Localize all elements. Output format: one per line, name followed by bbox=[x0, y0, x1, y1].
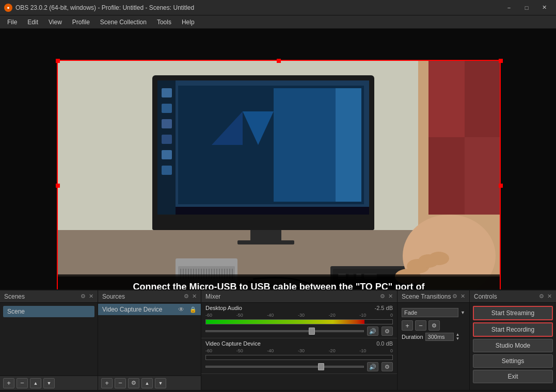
mixer-track-desktop-audio-db: -2.5 dB bbox=[375, 305, 393, 311]
window-controls: − □ ✕ bbox=[501, 3, 552, 13]
menu-file[interactable]: File bbox=[2, 17, 22, 28]
menu-profile[interactable]: Profile bbox=[67, 17, 95, 28]
transition-remove-button[interactable]: − bbox=[415, 320, 426, 331]
duration-down-arrow[interactable]: ▼ bbox=[456, 337, 460, 341]
menu-help[interactable]: Help bbox=[177, 17, 200, 28]
video-capture-fader[interactable] bbox=[205, 363, 364, 370]
desktop-audio-fader-row: 🔊 ⚙ bbox=[205, 326, 393, 336]
start-streaming-button[interactable]: Start Streaming bbox=[473, 306, 553, 320]
svg-rect-7 bbox=[157, 80, 176, 215]
transitions-close-icon[interactable]: ✕ bbox=[460, 293, 465, 300]
video-preview: Connect the Micro-USB to USB cable betwe… bbox=[57, 60, 501, 289]
video-capture-mute-button[interactable]: 🔊 bbox=[367, 362, 378, 371]
scenes-up-button[interactable]: ▲ bbox=[30, 378, 41, 388]
bottom-panels: Scenes ⚙ ✕ Scene + − ▲ ▼ Sources ⚙ ✕ Vi bbox=[0, 289, 556, 390]
menu-edit[interactable]: Edit bbox=[22, 17, 43, 28]
overlay-line1: Connect the Micro-USB to USB cable betwe… bbox=[67, 281, 490, 289]
menu-tools[interactable]: Tools bbox=[152, 17, 177, 28]
svg-rect-10 bbox=[162, 119, 172, 128]
scenes-content: Scene bbox=[0, 303, 98, 375]
sources-header-icons: ⚙ ✕ bbox=[184, 293, 197, 300]
menu-view[interactable]: View bbox=[43, 17, 67, 28]
video-capture-fader-row: 🔊 ⚙ bbox=[205, 362, 393, 371]
video-capture-settings-button[interactable]: ⚙ bbox=[382, 362, 393, 371]
settings-button[interactable]: Settings bbox=[473, 354, 553, 368]
scenes-config-icon[interactable]: ⚙ bbox=[81, 293, 86, 300]
sources-up-button[interactable]: ▲ bbox=[141, 378, 153, 388]
mixer-track-desktop-audio-label: Desktop Audio bbox=[205, 305, 242, 311]
transitions-panel-title: Scene Transitions bbox=[402, 293, 451, 300]
app-icon: ● bbox=[4, 4, 12, 12]
sources-remove-button[interactable]: − bbox=[115, 378, 126, 388]
duration-arrows: ▲ ▼ bbox=[456, 333, 460, 341]
svg-rect-8 bbox=[162, 88, 172, 97]
video-capture-fader-knob[interactable] bbox=[318, 363, 324, 370]
video-capture-markers: -60 -50 -40 -30 -20 -10 0 bbox=[205, 348, 393, 353]
preview-area: Connect the Micro-USB to USB cable betwe… bbox=[0, 29, 556, 289]
maximize-button[interactable]: □ bbox=[519, 3, 534, 13]
minimize-button[interactable]: − bbox=[501, 3, 517, 13]
scenes-add-button[interactable]: + bbox=[3, 378, 14, 388]
video-frame-svg bbox=[57, 60, 501, 289]
video-background: Connect the Micro-USB to USB cable betwe… bbox=[57, 60, 501, 289]
sources-panel: Sources ⚙ ✕ Video Capture Device 👁 🔒 + −… bbox=[98, 290, 201, 390]
mixer-config-icon[interactable]: ⚙ bbox=[380, 293, 385, 300]
svg-rect-55 bbox=[465, 60, 501, 137]
transition-select-row: Fade Cut Slide ▼ bbox=[402, 308, 465, 317]
scenes-panel-header: Scenes ⚙ ✕ bbox=[0, 290, 98, 303]
mixer-header-icons: ⚙ ✕ bbox=[380, 293, 393, 300]
scenes-remove-button[interactable]: − bbox=[17, 378, 28, 388]
close-button[interactable]: ✕ bbox=[536, 3, 552, 13]
transition-dropdown-arrow: ▼ bbox=[460, 310, 465, 315]
svg-rect-11 bbox=[162, 135, 172, 144]
scene-item[interactable]: Scene bbox=[3, 306, 94, 317]
transitions-panel: Scene Transitions ⚙ ✕ Fade Cut Slide ▼ +… bbox=[398, 290, 470, 390]
sources-down-button[interactable]: ▼ bbox=[155, 378, 166, 388]
start-recording-button[interactable]: Start Recording bbox=[473, 322, 553, 337]
eye-icon[interactable]: 👁 bbox=[178, 306, 184, 313]
window-title: OBS 23.0.2 (64-bit, windows) - Profile: … bbox=[15, 4, 501, 11]
source-item-video-capture[interactable]: Video Capture Device 👁 🔒 bbox=[98, 304, 201, 315]
svg-rect-6 bbox=[157, 207, 369, 215]
menu-scene-collection[interactable]: Scene Collection bbox=[95, 17, 152, 28]
mixer-tracks: Desktop Audio -2.5 dB -60 -50 -40 -30 -2… bbox=[201, 303, 397, 390]
mixer-track-video-capture-db: 0.0 dB bbox=[376, 340, 393, 347]
svg-rect-12 bbox=[162, 150, 172, 159]
controls-config-icon[interactable]: ⚙ bbox=[539, 293, 544, 300]
exit-button[interactable]: Exit bbox=[473, 370, 553, 383]
sources-close-icon[interactable]: ✕ bbox=[192, 293, 197, 300]
desktop-audio-volume-bar bbox=[206, 320, 364, 324]
video-capture-volume-bar-container bbox=[205, 355, 393, 360]
sources-panel-header: Sources ⚙ ✕ bbox=[98, 290, 201, 303]
duration-label: Duration bbox=[402, 334, 423, 340]
sources-config-icon[interactable]: ⚙ bbox=[184, 293, 189, 300]
desktop-audio-fader[interactable] bbox=[205, 328, 364, 335]
desktop-audio-fader-knob[interactable] bbox=[309, 328, 315, 335]
transition-dropdown[interactable]: Fade Cut Slide bbox=[402, 308, 458, 317]
controls-content: Start Streaming Start Recording Studio M… bbox=[470, 303, 556, 386]
scenes-close-icon[interactable]: ✕ bbox=[89, 293, 93, 300]
desktop-audio-settings-button[interactable]: ⚙ bbox=[382, 326, 393, 336]
scenes-down-button[interactable]: ▼ bbox=[43, 378, 55, 388]
controls-panel-header: Controls ⚙ ✕ bbox=[470, 290, 556, 303]
desktop-audio-mute-button[interactable]: 🔊 bbox=[367, 326, 378, 336]
transitions-config-icon[interactable]: ⚙ bbox=[452, 293, 457, 300]
controls-close-icon[interactable]: ✕ bbox=[547, 293, 552, 300]
svg-rect-20 bbox=[152, 217, 374, 230]
scenes-footer: + − ▲ ▼ bbox=[0, 375, 98, 390]
sources-settings-button[interactable]: ⚙ bbox=[128, 378, 139, 388]
sources-content: Video Capture Device 👁 🔒 bbox=[98, 303, 201, 375]
svg-point-62 bbox=[428, 252, 449, 265]
studio-mode-button[interactable]: Studio Mode bbox=[473, 339, 553, 352]
sources-footer: + − ⚙ ▲ ▼ bbox=[98, 375, 201, 390]
controls-panel-title: Controls bbox=[474, 293, 497, 300]
transition-settings-button[interactable]: ⚙ bbox=[428, 320, 440, 331]
lock-icon[interactable]: 🔒 bbox=[189, 306, 197, 313]
transition-add-button[interactable]: + bbox=[402, 320, 413, 331]
sources-add-button[interactable]: + bbox=[101, 378, 113, 388]
svg-rect-57 bbox=[465, 137, 501, 215]
duration-input[interactable] bbox=[425, 333, 454, 341]
controls-panel: Controls ⚙ ✕ Start Streaming Start Recor… bbox=[470, 290, 556, 390]
mixer-close-icon[interactable]: ✕ bbox=[388, 293, 393, 300]
controls-header-icons: ⚙ ✕ bbox=[539, 293, 552, 300]
